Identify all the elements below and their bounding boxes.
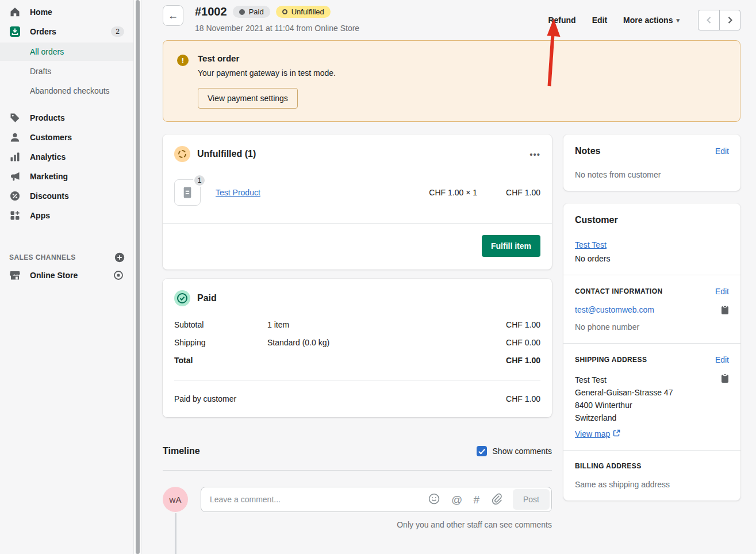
subnav-label: All orders bbox=[30, 47, 64, 56]
post-button[interactable]: Post bbox=[513, 489, 550, 510]
emoji-icon[interactable] bbox=[428, 493, 440, 507]
sidebar-item-all-orders[interactable]: All orders bbox=[0, 43, 133, 61]
back-button[interactable]: ← bbox=[163, 5, 183, 26]
preview-eye-icon[interactable] bbox=[113, 270, 124, 281]
sidebar-item-orders[interactable]: Orders 2 bbox=[0, 22, 133, 41]
sidebar-item-home[interactable]: Home bbox=[0, 2, 133, 22]
payment-card-title: Paid bbox=[197, 293, 217, 303]
main-area: ← #1002 Paid Unfulfilled 18 bbox=[141, 0, 756, 554]
sidebar-item-online-store[interactable]: Online Store bbox=[0, 266, 133, 285]
sidebar-item-apps[interactable]: Apps bbox=[0, 206, 133, 225]
mention-icon[interactable]: @ bbox=[451, 494, 462, 505]
show-comments-toggle[interactable]: Show comments bbox=[477, 446, 552, 456]
timeline-title: Timeline bbox=[163, 446, 200, 456]
next-order-button[interactable] bbox=[719, 10, 740, 30]
comments-visibility-note: Only you and other staff can see comment… bbox=[163, 520, 552, 529]
sidebar-item-label: Products bbox=[30, 113, 65, 122]
customer-link[interactable]: Test Test bbox=[575, 240, 607, 249]
edit-shipping-link[interactable]: Edit bbox=[715, 355, 729, 364]
sidebar: Home Orders 2 All orders Drafts Abandone… bbox=[0, 0, 133, 554]
pay-row-amount: CHF 1.00 bbox=[506, 356, 540, 365]
comment-input[interactable] bbox=[210, 495, 423, 504]
orders-count-badge: 2 bbox=[111, 26, 124, 37]
timeline-divider bbox=[163, 470, 552, 471]
edit-contact-link[interactable]: Edit bbox=[715, 287, 729, 296]
home-icon bbox=[9, 6, 21, 18]
billing-address-section: BILLING ADDRESS Same as shipping address bbox=[563, 450, 740, 501]
copy-email-icon[interactable] bbox=[721, 305, 729, 315]
customer-phone-text: No phone number bbox=[575, 322, 729, 332]
view-payment-settings-button[interactable]: View payment settings bbox=[198, 88, 298, 109]
billing-text: Same as shipping address bbox=[575, 480, 729, 489]
pay-row-label: Subtotal bbox=[174, 320, 267, 329]
sidebar-item-analytics[interactable]: Analytics bbox=[0, 147, 133, 167]
item-total: CHF 1.00 bbox=[477, 188, 540, 197]
line-item-row: 1 Test Product CHF 1.00 × 1 CHF 1.00 bbox=[174, 179, 540, 206]
edit-button[interactable]: Edit bbox=[592, 16, 607, 25]
document-icon bbox=[182, 186, 193, 199]
unfulfilled-card-title: Unfulfilled (1) bbox=[197, 149, 256, 159]
payment-status-label: Paid bbox=[249, 7, 264, 16]
subnav-label: Drafts bbox=[30, 67, 51, 76]
customer-orders-count: No orders bbox=[575, 254, 729, 263]
sidebar-item-label: Home bbox=[30, 7, 52, 17]
add-sales-channel-icon[interactable] bbox=[114, 252, 125, 263]
scrollbar-track[interactable] bbox=[133, 0, 141, 554]
order-header: ← #1002 Paid Unfulfilled 18 bbox=[163, 0, 740, 33]
pay-row-amount: CHF 0.00 bbox=[506, 338, 540, 347]
product-thumbnail: 1 bbox=[174, 179, 201, 206]
external-link-icon bbox=[613, 429, 620, 438]
test-order-banner: ! Test order Your payment gateway is in … bbox=[163, 40, 740, 122]
sidebar-item-drafts[interactable]: Drafts bbox=[0, 62, 133, 80]
fulfillment-status-label: Unfulfilled bbox=[291, 7, 324, 16]
address-line: Test Test bbox=[575, 374, 673, 386]
notes-empty-text: No notes from customer bbox=[575, 170, 729, 179]
scrollbar-thumb[interactable] bbox=[136, 0, 140, 554]
sidebar-item-marketing[interactable]: Marketing bbox=[0, 167, 133, 186]
card-menu-icon[interactable]: ••• bbox=[529, 150, 540, 159]
sidebar-item-abandoned-checkouts[interactable]: Abandoned checkouts bbox=[0, 82, 133, 100]
orders-icon bbox=[9, 26, 21, 37]
sidebar-item-customers[interactable]: Customers bbox=[0, 128, 133, 147]
banner-message: Your payment gateway is in test mode. bbox=[198, 68, 336, 78]
banner-title: Test order bbox=[198, 53, 336, 63]
avatar: wA bbox=[163, 487, 188, 512]
contact-heading: CONTACT INFORMATION bbox=[575, 287, 662, 295]
edit-notes-link[interactable]: Edit bbox=[715, 147, 729, 156]
order-detail-page: Home Orders 2 All orders Drafts Abandone… bbox=[0, 0, 756, 554]
contact-information-section: CONTACT INFORMATION Edit test@customweb.… bbox=[563, 275, 740, 343]
comment-box: @ # Post bbox=[201, 487, 552, 512]
back-arrow-icon: ← bbox=[168, 10, 178, 22]
quantity-badge: 1 bbox=[193, 174, 206, 187]
sidebar-item-products[interactable]: Products bbox=[0, 108, 133, 128]
hashtag-icon[interactable]: # bbox=[473, 494, 479, 505]
address-line: 8400 Winterthur bbox=[575, 399, 673, 411]
paid-by-customer-label: Paid by customer bbox=[174, 394, 236, 403]
chevron-right-icon bbox=[727, 16, 733, 24]
discounts-icon bbox=[9, 190, 21, 202]
sales-channels-heading: SALES CHANNELS bbox=[0, 249, 133, 266]
show-comments-checkbox[interactable] bbox=[477, 446, 487, 456]
product-link[interactable]: Test Product bbox=[216, 188, 260, 197]
chevron-down-icon: ▾ bbox=[676, 17, 680, 24]
refund-button[interactable]: Refund bbox=[548, 16, 575, 25]
unfulfilled-ring-icon bbox=[282, 9, 287, 14]
view-map-link[interactable]: View map bbox=[575, 429, 610, 438]
attachment-icon[interactable] bbox=[490, 493, 503, 507]
warning-icon: ! bbox=[177, 55, 189, 66]
more-actions-label: More actions bbox=[623, 16, 673, 25]
customer-email-link[interactable]: test@customweb.com bbox=[575, 305, 654, 314]
customer-title: Customer bbox=[575, 215, 729, 225]
products-icon bbox=[9, 112, 21, 124]
copy-address-icon[interactable] bbox=[721, 374, 729, 383]
sidebar-item-discounts[interactable]: Discounts bbox=[0, 186, 133, 206]
more-actions-button[interactable]: More actions ▾ bbox=[623, 16, 680, 25]
shipping-address: Test Test General-Guisan-Strasse 47 8400… bbox=[575, 374, 673, 424]
fulfill-item-button[interactable]: Fulfill item bbox=[482, 235, 540, 257]
sidebar-item-label: Apps bbox=[30, 211, 50, 220]
paid-dot-icon bbox=[239, 9, 245, 15]
sidebar-item-label: Marketing bbox=[30, 172, 68, 181]
sidebar-item-label: Orders bbox=[30, 27, 56, 36]
previous-order-button[interactable] bbox=[699, 10, 719, 30]
fulfillment-status-badge: Unfulfilled bbox=[276, 6, 331, 18]
